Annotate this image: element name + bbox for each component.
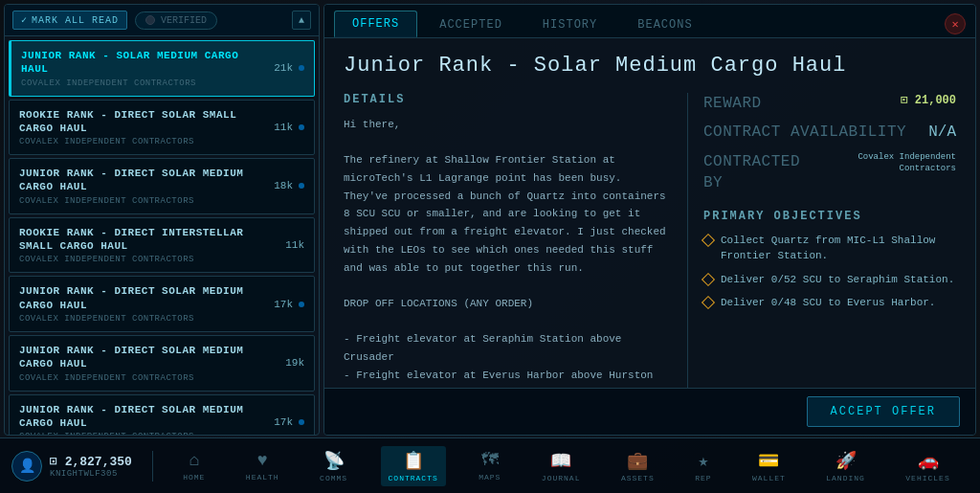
nav-icon-assets: 💼 [627, 450, 648, 471]
offer-item-info-0: JUNIOR RANK - SOLAR MEDIUM CARGO HAUL CO… [21, 49, 266, 88]
nav-item-assets[interactable]: 💼 ASSETS [613, 446, 662, 486]
nav-label-rep: REP [695, 474, 711, 482]
nav-item-vehicles[interactable]: 🚗 VEHICLES [898, 446, 957, 486]
tab-accepted[interactable]: ACCEPTED [421, 11, 521, 37]
right-panel: OFFERSACCEPTEDHISTORYBEACONS✕ Junior Ran… [323, 4, 976, 436]
offer-item-company-4: COVALEX INDEPENDENT CONTRACTORS [19, 314, 266, 324]
nav-item-wallet[interactable]: 💳 WALLET [745, 446, 793, 486]
offer-item-5[interactable]: JUNIOR RANK - DIRECT SOLAR MEDIUM CARGO … [9, 335, 315, 392]
tabs-bar: OFFERSACCEPTEDHISTORYBEACONS✕ [324, 5, 975, 38]
main-content: Junior Rank - Solar Medium Cargo Haul DE… [324, 38, 975, 388]
content-divider: DETAILS Hi there,The refinery at Shallow… [344, 93, 956, 388]
offer-item-info-6: JUNIOR RANK - DIRECT SOLAR MEDIUM CARGO … [19, 403, 266, 435]
offer-item-reward-2: 18k [274, 180, 293, 191]
nav-label-maps: MAPS [479, 473, 501, 482]
objective-text-2: Deliver 0/48 SCU to Everus Harbor. [721, 295, 935, 311]
objectives-section: PRIMARY OBJECTIVES Collect Quartz from M… [703, 210, 956, 311]
offer-item-4[interactable]: JUNIOR RANK - DIRECT SOLAR MEDIUM CARGO … [9, 276, 315, 332]
objective-diamond-1 [702, 272, 715, 285]
nav-items: ⌂ HOME ♥ HEALTH 📡 COMMS 📋 CONTRACTS 🗺 MA… [153, 446, 980, 486]
nav-label-landing: LANDING [826, 474, 865, 482]
objective-item-2: Deliver 0/48 SCU to Everus Harbor. [703, 295, 956, 311]
content-area: Junior Rank - Solar Medium Cargo Haul DE… [324, 38, 975, 388]
nav-item-rep[interactable]: ★ REP [687, 446, 719, 486]
offer-item-info-1: ROOKIE RANK - DIRECT SOLAR SMALL CARGO H… [19, 108, 266, 147]
offer-item-company-0: COVALEX INDEPENDENT CONTRACTORS [21, 78, 266, 88]
reward-label: Reward [703, 93, 762, 114]
tab-beacons[interactable]: BEACONS [619, 11, 710, 37]
offer-item-title-3: ROOKIE RANK - DIRECT INTERSTELLAR SMALL … [19, 226, 278, 254]
nav-item-home[interactable]: ⌂ HOME [175, 447, 212, 485]
objectives-header: PRIMARY OBJECTIVES [703, 210, 956, 223]
nav-icon-wallet: 💳 [758, 450, 779, 471]
nav-item-contracts[interactable]: 📋 CONTRACTS [381, 446, 446, 486]
bottom-nav: 👤 ⊡ 2,827,350 KNIGHTWLF305 ⌂ HOME ♥ HEAL… [0, 437, 980, 493]
offer-item-info-4: JUNIOR RANK - DIRECT SOLAR MEDIUM CARGO … [19, 284, 266, 324]
nav-label-home: HOME [183, 473, 205, 482]
offer-item-info-5: JUNIOR RANK - DIRECT SOLAR MEDIUM CARGO … [19, 344, 278, 383]
nav-label-assets: ASSETS [621, 474, 655, 482]
offer-item-reward-6: 17k [274, 416, 293, 428]
nav-item-maps[interactable]: 🗺 MAPS [471, 446, 508, 485]
offer-item-6[interactable]: JUNIOR RANK - DIRECT SOLAR MEDIUM CARGO … [9, 394, 315, 435]
nav-item-journal[interactable]: 📖 JOURNAL [534, 446, 589, 486]
details-text: Hi there,The refinery at Shallow Frontie… [344, 116, 672, 388]
verified-toggle[interactable]: VERIFIED [135, 11, 217, 30]
nav-label-health: HEALTH [246, 473, 279, 482]
nav-icon-landing: 🚀 [835, 450, 857, 471]
offer-list: JUNIOR RANK - SOLAR MEDIUM CARGO HAUL CO… [5, 36, 319, 435]
details-right: Reward ⊡ 21,000 Contract Availability N/… [688, 93, 956, 388]
contracted-by-label: Contracted By [703, 151, 814, 194]
contract-availability-row: Contract Availability N/A [703, 122, 956, 143]
offer-item-reward-4: 17k [274, 299, 293, 310]
nav-icon-vehicles: 🚗 [918, 450, 939, 471]
objective-text-1: Deliver 0/52 SCU to Seraphim Station. [721, 272, 954, 288]
offer-item-1[interactable]: ROOKIE RANK - DIRECT SOLAR SMALL CARGO H… [9, 100, 315, 156]
nav-label-comms: COMMS [320, 474, 347, 482]
offer-item-title-6: JUNIOR RANK - DIRECT SOLAR MEDIUM CARGO … [19, 403, 266, 431]
close-button[interactable]: ✕ [945, 13, 966, 34]
nav-item-comms[interactable]: 📡 COMMS [312, 446, 355, 486]
details-section: DETAILS Hi there,The refinery at Shallow… [344, 93, 672, 388]
nav-icon-journal: 📖 [550, 450, 571, 471]
offer-item-dot-4 [299, 302, 304, 307]
offer-item-dot-6 [299, 419, 304, 425]
offer-item-dot-1 [299, 124, 304, 130]
nav-label-contracts: CONTRACTS [389, 474, 438, 482]
verified-label: VERIFIED [161, 15, 207, 26]
left-panel: MARK ALL READ VERIFIED ▲ JUNIOR RANK - S… [4, 4, 320, 436]
accept-offer-button[interactable]: ACCEPT OFFER [807, 396, 960, 427]
nav-icon-contracts: 📋 [403, 450, 424, 471]
nav-item-landing[interactable]: 🚀 LANDING [818, 446, 873, 486]
nav-icon-health: ♥ [257, 451, 268, 470]
offer-item-title-4: JUNIOR RANK - DIRECT SOLAR MEDIUM CARGO … [19, 284, 266, 312]
mark-all-read-button[interactable]: MARK ALL READ [12, 11, 127, 30]
tab-offers[interactable]: OFFERS [334, 11, 417, 37]
offer-item-2[interactable]: JUNIOR RANK - DIRECT SOLAR MEDIUM CARGO … [9, 158, 315, 214]
nav-icon-rep: ★ [698, 450, 708, 471]
objective-diamond-0 [702, 233, 715, 246]
contracted-by-value: Covalex Independent Contractors [814, 151, 956, 194]
tab-history[interactable]: HISTORY [524, 11, 615, 37]
objective-diamond-2 [702, 296, 715, 309]
contract-availability-value: N/A [928, 122, 956, 143]
details-left: DETAILS Hi there,The refinery at Shallow… [344, 93, 688, 388]
nav-item-health[interactable]: ♥ HEALTH [238, 447, 287, 485]
offer-item-reward-1: 11k [274, 122, 293, 133]
collapse-button[interactable]: ▲ [292, 11, 311, 30]
offer-item-dot-2 [299, 183, 304, 189]
offer-item-dot-0 [299, 65, 304, 71]
reward-value: ⊡ 21,000 [901, 93, 956, 114]
reward-section: Reward ⊡ 21,000 Contract Availability N/… [703, 93, 956, 194]
offer-item-0[interactable]: JUNIOR RANK - SOLAR MEDIUM CARGO HAUL CO… [9, 40, 315, 97]
offer-item-company-5: COVALEX INDEPENDENT CONTRACTORS [19, 373, 278, 383]
player-name: KNIGHTWLF305 [50, 469, 132, 479]
reward-row: Reward ⊡ 21,000 [703, 93, 956, 114]
player-balance: ⊡ 2,827,350 [50, 454, 132, 469]
objective-item-1: Deliver 0/52 SCU to Seraphim Station. [703, 272, 956, 288]
offer-item-reward-3: 11k [285, 239, 304, 251]
offer-item-title-5: JUNIOR RANK - DIRECT SOLAR MEDIUM CARGO … [19, 344, 278, 371]
offer-item-company-1: COVALEX INDEPENDENT CONTRACTORS [19, 137, 266, 146]
offer-item-3[interactable]: ROOKIE RANK - DIRECT INTERSTELLAR SMALL … [9, 217, 315, 274]
contract-availability-label: Contract Availability [703, 122, 906, 143]
